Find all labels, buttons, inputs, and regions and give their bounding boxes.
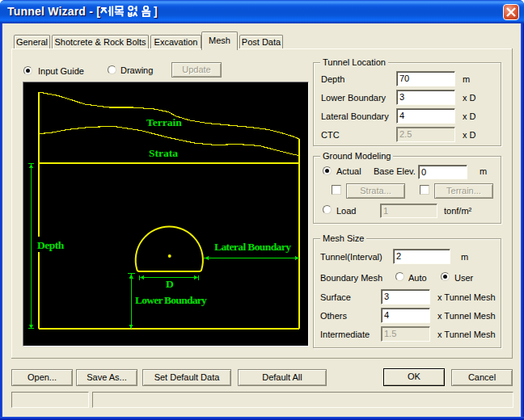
- svg-text:Strata: Strata: [149, 147, 178, 159]
- svg-text:Lower Boundary: Lower Boundary: [135, 294, 207, 306]
- svg-text:Lateral Boundary: Lateral Boundary: [214, 241, 291, 253]
- svg-text:Depth: Depth: [37, 239, 65, 251]
- svg-text:Terrain: Terrain: [146, 116, 182, 128]
- svg-text:D: D: [166, 278, 174, 290]
